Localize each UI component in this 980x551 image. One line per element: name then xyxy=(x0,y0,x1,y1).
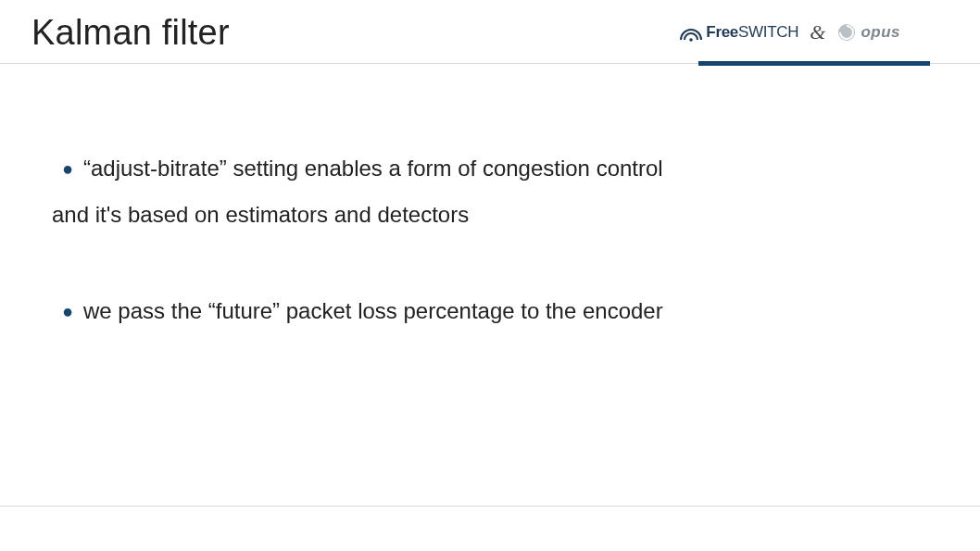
ampersand-icon: & xyxy=(810,20,825,44)
header-rule xyxy=(0,63,980,69)
footer-rule xyxy=(0,506,980,507)
freeswitch-logo: FreeSWITCH xyxy=(679,23,798,42)
bullet-continuation: and it's based on estimators and detecto… xyxy=(52,199,928,231)
slide-header: Kalman filter FreeSWITCH & xyxy=(0,0,980,53)
svg-point-0 xyxy=(689,38,693,42)
freeswitch-wordmark: FreeSWITCH xyxy=(706,23,798,42)
bullet-item: ● we pass the “future” packet loss perce… xyxy=(52,295,928,327)
header-rule-accent xyxy=(698,61,930,66)
logo-cluster: FreeSWITCH & opus xyxy=(679,20,900,44)
opus-swirl-icon xyxy=(836,22,857,43)
bullet-text: we pass the “future” packet loss percent… xyxy=(83,295,663,327)
slide-body: ● “adjust-bitrate” setting enables a for… xyxy=(0,53,980,327)
bullet-icon: ● xyxy=(52,153,83,184)
bullet-text: “adjust-bitrate” setting enables a form … xyxy=(83,153,663,184)
slide: Kalman filter FreeSWITCH & xyxy=(0,0,980,551)
bullet-icon: ● xyxy=(52,295,83,327)
opus-logo: opus xyxy=(836,22,900,43)
opus-wordmark: opus xyxy=(861,23,900,42)
bullet-item: ● “adjust-bitrate” setting enables a for… xyxy=(52,153,928,231)
freeswitch-wifi-icon xyxy=(679,29,703,42)
